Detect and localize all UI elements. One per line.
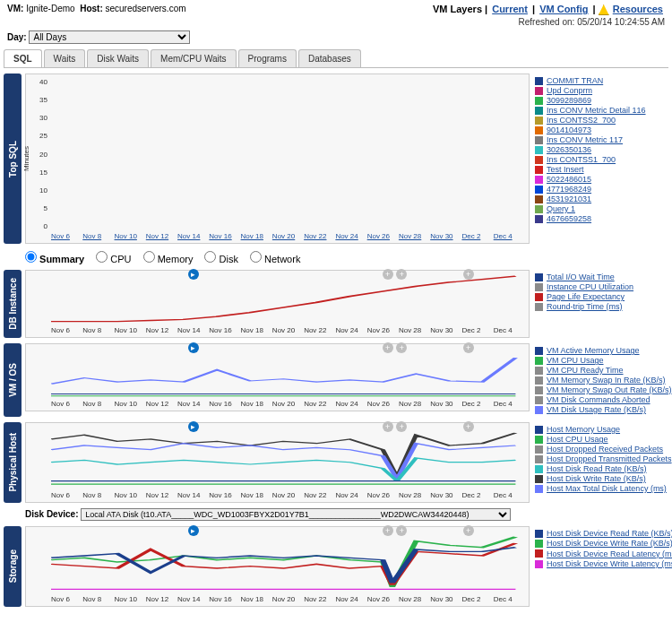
legend-link[interactable]: Round-trip Time (ms) <box>547 302 623 311</box>
tab-sql[interactable]: SQL <box>4 49 42 67</box>
storage-chart: ▸+++ Nov 6Nov 8Nov 10Nov 12Nov 14Nov 16N… <box>25 526 530 607</box>
legend-link[interactable]: 3026350136 <box>547 145 591 154</box>
date-link[interactable]: Nov 22 <box>304 232 326 240</box>
legend-link[interactable]: 9014104973 <box>547 125 591 134</box>
date-link[interactable]: Nov 18 <box>241 232 263 240</box>
legend-link[interactable]: 5022486015 <box>547 175 591 184</box>
date-link[interactable]: Nov 24 <box>335 232 358 240</box>
disk-device-select[interactable]: Local ATA Disk (t10.ATA_____WDC_WD1003FB… <box>81 508 511 521</box>
legend-link[interactable]: Host Disk Write Rate (KB/s) <box>547 474 646 483</box>
tab-memcpu-waits[interactable]: Mem/CPU Waits <box>151 49 237 67</box>
tab-programs[interactable]: Programs <box>238 49 297 67</box>
date-link[interactable]: Nov 6 <box>51 232 70 240</box>
date-link[interactable]: Nov 28 <box>399 232 421 240</box>
legend-link[interactable]: Host Memory Usage <box>547 425 620 434</box>
radio-network[interactable]: Network <box>250 254 300 264</box>
legend-swatch <box>535 273 543 281</box>
day-label: Day: <box>7 32 27 42</box>
date-link[interactable]: Nov 14 <box>177 232 200 240</box>
date-link[interactable]: Nov 8 <box>82 232 101 240</box>
legend-link[interactable]: 3099289869 <box>547 96 591 105</box>
host-value: securedservers.com <box>106 4 186 13</box>
legend-item: Host Disk Read Rate (KB/s) <box>535 464 668 473</box>
legend-link[interactable]: Host CPU Usage <box>547 435 608 444</box>
legend-link[interactable]: VM Disk Commands Aborted <box>547 395 650 404</box>
legend-swatch <box>535 77 543 85</box>
date-link[interactable]: Nov 12 <box>146 232 168 240</box>
legend-link[interactable]: Host Dropped Received Packets <box>547 445 663 454</box>
link-vm-config[interactable]: VM Config <box>539 4 588 14</box>
legend-swatch <box>535 436 543 444</box>
legend-item: Host Disk Write Rate (KB/s) <box>535 474 668 483</box>
legend-link[interactable]: Ins CONTSS2_700 <box>547 116 616 125</box>
legend-link[interactable]: Total I/O Wait Time <box>547 272 615 281</box>
legend-link[interactable]: VM Memory Swap In Rate (KB/s) <box>547 376 666 385</box>
legend-item: Host Memory Usage <box>535 425 668 434</box>
date-link[interactable]: Nov 30 <box>430 232 452 240</box>
legend-link[interactable]: 4771968249 <box>547 185 591 194</box>
side-storage: Storage <box>4 526 22 607</box>
date-link[interactable]: Dec 4 <box>494 232 513 240</box>
legend-link[interactable]: Ins CONV Metric 117 <box>547 135 623 144</box>
legend-link[interactable]: Host Disk Read Rate (KB/s) <box>547 464 647 473</box>
legend-link[interactable]: VM CPU Ready Time <box>547 366 624 375</box>
legend-swatch <box>535 347 543 355</box>
radio-cpu[interactable]: CPU <box>96 254 131 264</box>
legend-item: VM Disk Usage Rate (KB/s) <box>535 405 668 414</box>
legend-link[interactable]: Host Dropped Transmitted Packets <box>547 454 672 463</box>
vm-value: Ignite-Demo <box>26 4 74 13</box>
tab-databases[interactable]: Databases <box>298 49 361 67</box>
link-current[interactable]: Current <box>492 4 528 14</box>
legend-item: Host Disk Device Write Latency (ms) <box>535 559 668 568</box>
legend-item: Test Insert <box>535 165 668 174</box>
legend-link[interactable]: VM CPU Usage <box>547 356 604 365</box>
legend-link[interactable]: Page Life Expectancy <box>547 292 625 301</box>
tab-bar: SQL Waits Disk Waits Mem/CPU Waits Progr… <box>4 49 668 68</box>
date-link[interactable]: Dec 2 <box>461 232 480 240</box>
date-link[interactable]: Nov 26 <box>367 232 390 240</box>
legend-link[interactable]: Host Disk Device Read Rate (KB/s) <box>547 529 672 538</box>
legend-link[interactable]: 4676659258 <box>547 214 591 223</box>
legend-swatch <box>535 445 543 454</box>
legend-link[interactable]: Instance CPU Utilization <box>547 282 633 291</box>
link-resources[interactable]: Resources <box>613 4 663 14</box>
radio-disk[interactable]: Disk <box>204 254 237 264</box>
legend-link[interactable]: Host Disk Device Write Latency (ms) <box>547 559 672 568</box>
legend-link[interactable]: Host Disk Device Write Rate (KB/s) <box>547 539 672 548</box>
legend-link[interactable]: Host Max Total Disk Latency (ms) <box>547 484 667 493</box>
db-instance-view-radios: Summary CPU Memory Disk Network <box>25 251 672 264</box>
legend-link[interactable]: VM Disk Usage Rate (KB/s) <box>547 405 646 414</box>
legend-link[interactable]: VM Active Memory Usage <box>547 346 640 355</box>
date-link[interactable]: Nov 10 <box>115 232 137 240</box>
date-link[interactable]: Nov 20 <box>272 232 295 240</box>
legend-item: 4771968249 <box>535 185 668 194</box>
legend-swatch <box>535 136 543 144</box>
legend-link[interactable]: COMMIT TRAN <box>547 76 603 85</box>
legend-item: Host Disk Device Read Latency (ms)✕ <box>535 549 668 558</box>
legend-link[interactable]: VM Memory Swap Out Rate (KB/s) <box>547 385 672 394</box>
legend-swatch <box>535 426 543 434</box>
db-instance-chart: ▸ + + + Nov 6Nov 8Nov 10Nov 12Nov 14Nov … <box>25 270 530 338</box>
radio-summary[interactable]: Summary <box>25 254 84 264</box>
legend-link[interactable]: Ins CONV Metric Detail 116 <box>547 106 646 115</box>
legend-swatch <box>535 186 543 194</box>
legend-link[interactable]: Ins CONTSS1_700 <box>547 155 616 164</box>
radio-memory[interactable]: Memory <box>143 254 194 264</box>
legend-link[interactable]: 4531921031 <box>547 195 591 203</box>
tab-disk-waits[interactable]: Disk Waits <box>87 49 149 67</box>
legend-link[interactable]: Test Insert <box>547 165 584 174</box>
date-link[interactable]: Nov 16 <box>209 232 231 240</box>
warn-icon <box>599 4 609 15</box>
legend-swatch <box>535 107 543 115</box>
legend-swatch <box>535 97 543 105</box>
legend-item: Ins CONV Metric Detail 116 <box>535 106 668 115</box>
day-select[interactable]: All Days <box>29 30 190 44</box>
legend-swatch <box>535 540 543 548</box>
legend-link[interactable]: Host Disk Device Read Latency (ms) <box>547 549 672 558</box>
refreshed-value: 05/20/14 10:24:55 AM <box>577 17 665 27</box>
legend-item: Upd Conprm <box>535 86 668 95</box>
legend-link[interactable]: Upd Conprm <box>547 86 592 95</box>
tab-waits[interactable]: Waits <box>44 49 86 67</box>
legend-swatch <box>535 303 543 311</box>
legend-link[interactable]: Query 1 <box>547 204 575 213</box>
